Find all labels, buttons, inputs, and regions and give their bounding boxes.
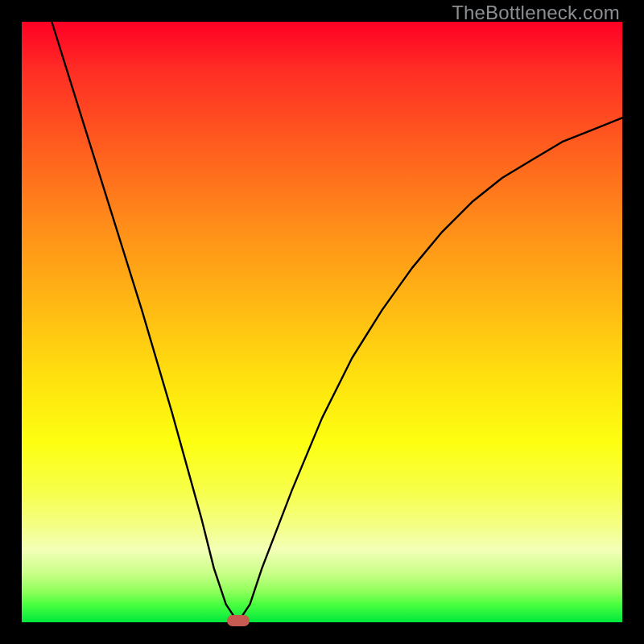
- chart-frame: TheBottleneck.com: [0, 0, 644, 644]
- bottleneck-curve-path: [52, 22, 622, 622]
- plot-area: [22, 22, 622, 622]
- curve-svg: [22, 22, 622, 622]
- watermark-text: TheBottleneck.com: [452, 2, 620, 24]
- minimum-marker: [227, 615, 250, 626]
